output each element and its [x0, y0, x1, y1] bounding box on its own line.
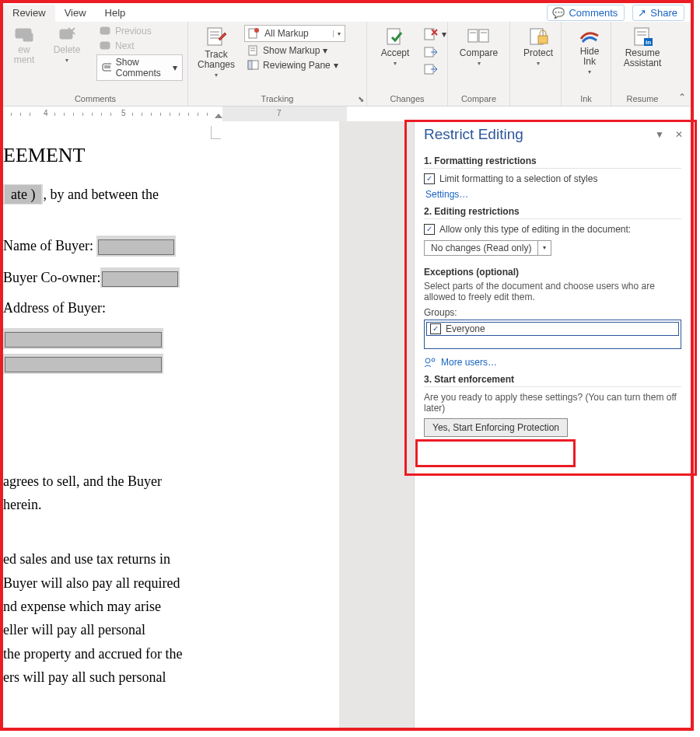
- groups-label: Groups:: [424, 307, 681, 318]
- reviewing-pane-button[interactable]: Reviewing Pane ▾: [244, 59, 345, 72]
- form-field-buyer-name[interactable]: [98, 239, 174, 255]
- svg-rect-6: [100, 42, 110, 49]
- next-comment-button[interactable]: Next: [96, 40, 183, 52]
- track-changes-button[interactable]: Track Changes ▾: [193, 25, 240, 80]
- delete-comment-button[interactable]: Delete ▾: [44, 25, 90, 65]
- markup-icon: [247, 27, 260, 40]
- horizontal-ruler[interactable]: 4 5 7: [3, 107, 691, 123]
- display-for-review-select[interactable]: All Markup▾: [244, 25, 345, 42]
- tab-help[interactable]: Help: [96, 5, 135, 22]
- section-formatting-header: 1. Formatting restrictions: [424, 155, 681, 169]
- svg-point-15: [254, 28, 259, 33]
- editing-type-select[interactable]: No changes (Read only)▾: [424, 240, 551, 256]
- doc-line: Name of Buyer:: [3, 236, 339, 256]
- chevron-down-icon: ▾: [537, 241, 551, 255]
- start-enforcing-button[interactable]: Yes, Start Enforcing Protection: [424, 418, 568, 437]
- exceptions-header: Exceptions (optional): [424, 267, 681, 278]
- tab-view[interactable]: View: [55, 5, 96, 22]
- chevron-down-icon: ▾: [394, 60, 397, 67]
- tracking-dialog-launcher[interactable]: ⬊: [358, 95, 364, 103]
- collapse-ribbon-button[interactable]: ⌃: [678, 92, 686, 103]
- resume-label: Resume Assistant: [624, 48, 662, 68]
- group-comments-label: Comments: [8, 93, 183, 104]
- svg-rect-28: [479, 30, 488, 42]
- resume-icon: in: [631, 26, 654, 47]
- reject-icon: [423, 27, 439, 41]
- show-comments-button[interactable]: Show Comments▾: [96, 54, 183, 81]
- everyone-label: Everyone: [446, 323, 485, 334]
- tab-review[interactable]: Review: [3, 5, 55, 22]
- doc-line: ate ), by and between the: [3, 184, 339, 204]
- group-ink-label: Ink: [566, 93, 606, 104]
- limit-formatting-label: Limit formatting to a selection of style…: [439, 173, 597, 184]
- doc-title: EEMENT: [3, 141, 339, 169]
- svg-rect-10: [208, 28, 222, 45]
- new-comment-button[interactable]: ew ment: [8, 25, 40, 67]
- show-markup-icon: [247, 45, 260, 56]
- doc-line: ers will pay all such personal: [3, 668, 339, 686]
- share-button[interactable]: ↗Share: [632, 5, 684, 21]
- pane-title: Restrict Editing: [424, 126, 523, 143]
- svg-text:in: in: [646, 39, 651, 46]
- protect-label: Protect: [523, 48, 553, 58]
- doc-line: Buyer will also pay all required: [3, 574, 339, 592]
- exceptions-desc: Select parts of the document and choose …: [424, 281, 681, 302]
- group-tracking-label: Tracking: [193, 93, 362, 104]
- comment-icon: 💬: [552, 7, 565, 19]
- form-field-coowner[interactable]: [102, 271, 178, 287]
- svg-rect-1: [23, 33, 33, 41]
- chevron-down-icon: ▾: [173, 62, 177, 73]
- form-field-address-1[interactable]: [5, 332, 162, 348]
- users-icon: [424, 357, 436, 368]
- svg-rect-20: [248, 61, 252, 69]
- chevron-down-icon: ▾: [65, 57, 68, 64]
- accept-label: Accept: [381, 48, 410, 58]
- hide-ink-label: Hide Ink: [580, 47, 600, 67]
- more-users-link[interactable]: More users…: [424, 357, 681, 368]
- next-change-button[interactable]: [420, 62, 450, 76]
- show-markup-button[interactable]: Show Markup ▾: [244, 44, 345, 57]
- svg-rect-27: [468, 30, 478, 42]
- resume-assistant-button[interactable]: in Resume Assistant: [616, 25, 669, 70]
- delete-label: Delete: [54, 45, 81, 55]
- doc-line: ed sales and use tax returns in: [3, 550, 339, 568]
- next-icon: [100, 40, 112, 51]
- hide-ink-button[interactable]: Hide Ink ▾: [566, 25, 613, 77]
- form-field-address-2[interactable]: [5, 357, 162, 372]
- reject-button[interactable]: ▾: [420, 26, 450, 42]
- doc-line: agrees to sell, and the Buyer: [3, 472, 339, 491]
- group-resume-label: Resume: [616, 93, 669, 104]
- previous-change-button[interactable]: [420, 45, 450, 59]
- doc-line: nd expense which may arise: [3, 597, 339, 616]
- compare-button[interactable]: Compare ▾: [453, 25, 505, 68]
- form-field-date[interactable]: ate ): [5, 185, 41, 204]
- groups-listbox[interactable]: ✓Everyone: [424, 320, 681, 349]
- section-enforcement-header: 3. Start enforcement: [424, 374, 681, 387]
- chevron-down-icon: ▾: [537, 60, 540, 67]
- comments-list-icon: [102, 63, 111, 72]
- doc-line: Address of Buyer:: [3, 299, 339, 317]
- everyone-checkbox[interactable]: ✓: [430, 323, 441, 334]
- compare-label: Compare: [460, 48, 498, 58]
- comments-button[interactable]: 💬Comments: [547, 5, 625, 21]
- group-changes-label: Changes: [372, 93, 443, 104]
- doc-line: herein.: [3, 495, 339, 514]
- indent-marker[interactable]: [215, 114, 222, 118]
- pane-close-button[interactable]: ✕: [675, 129, 683, 140]
- chevron-down-icon: ▾: [588, 68, 591, 75]
- doc-line: Buyer Co-owner:: [3, 267, 339, 288]
- accept-icon: [384, 26, 406, 47]
- protect-button[interactable]: Protect ▾: [515, 25, 562, 68]
- previous-comment-button[interactable]: Previous: [96, 25, 183, 37]
- limit-formatting-checkbox[interactable]: ✓: [424, 173, 435, 184]
- enforcement-desc: Are you ready to apply these settings? (…: [424, 392, 681, 414]
- accept-button[interactable]: Accept ▾: [372, 25, 418, 68]
- pane-options-button[interactable]: ▼: [655, 129, 664, 140]
- new-comment-label: ew ment: [14, 45, 35, 65]
- formatting-settings-link[interactable]: Settings…: [425, 189, 681, 200]
- group-compare-label: Compare: [453, 93, 505, 104]
- doc-line: eller will pay all personal: [3, 620, 339, 639]
- restrict-editing-pane: Restrict Editing ▼ ✕ 1. Formatting restr…: [414, 121, 691, 728]
- allow-editing-checkbox[interactable]: ✓: [424, 224, 435, 235]
- svg-point-39: [432, 358, 435, 362]
